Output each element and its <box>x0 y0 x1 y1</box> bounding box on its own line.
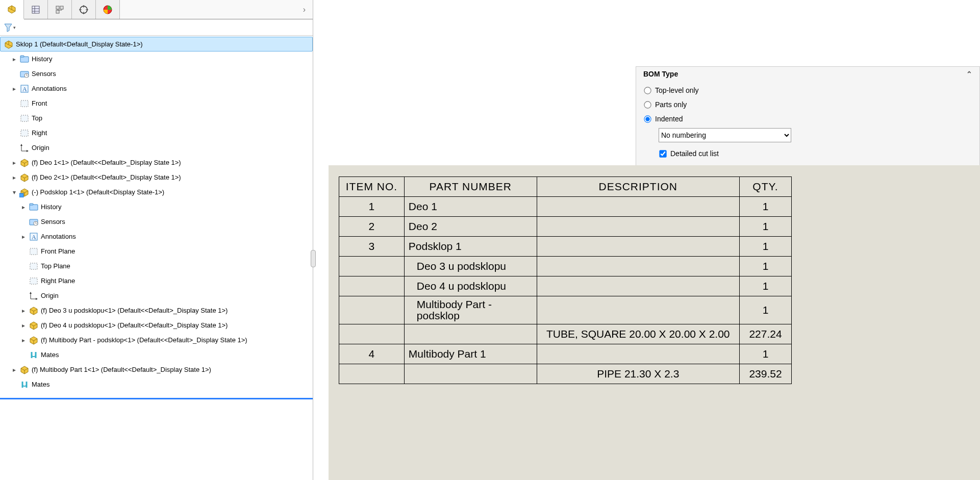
radio-top-level-input[interactable] <box>644 87 651 94</box>
cell-description[interactable] <box>537 296 739 324</box>
cell-qty[interactable]: 1 <box>740 276 792 296</box>
cell-qty[interactable]: 1 <box>740 197 792 217</box>
cell-description[interactable] <box>537 276 739 296</box>
radio-indented-input[interactable] <box>644 115 651 122</box>
tree-item[interactable]: ▸Annotations <box>0 81 313 96</box>
table-row[interactable]: 1Deo 11 <box>339 197 792 217</box>
cell-qty[interactable]: 1 <box>740 296 792 324</box>
cell-item[interactable]: 2 <box>339 217 405 237</box>
cell-description[interactable] <box>537 217 739 237</box>
table-row[interactable]: 4Multibody Part 11 <box>339 344 792 364</box>
expand-icon[interactable]: ▸ <box>19 233 28 240</box>
table-row[interactable]: 3Podsklop 11 <box>339 237 792 257</box>
numbering-select[interactable]: No numbering <box>659 128 791 142</box>
tab-feature-tree[interactable] <box>0 0 24 19</box>
col-item-no[interactable]: ITEM NO. <box>339 177 405 197</box>
cell-part-number[interactable]: Deo 4 u podsklopu <box>404 276 537 296</box>
cell-part-number[interactable]: Multibody Part 1 <box>404 344 537 364</box>
collapse-icon[interactable]: ⌃ <box>966 70 972 78</box>
table-row[interactable]: TUBE, SQUARE 20.00 X 20.00 X 2.00227.24 <box>339 324 792 344</box>
expand-icon[interactable]: ▸ <box>10 85 18 92</box>
cell-qty[interactable]: 1 <box>740 257 792 276</box>
tab-dimxpert[interactable] <box>72 0 96 19</box>
cell-qty[interactable]: 239.52 <box>740 364 792 384</box>
expand-icon[interactable]: ▸ <box>10 174 18 181</box>
cell-item[interactable] <box>339 276 405 296</box>
expand-icon[interactable]: ▸ <box>19 307 28 314</box>
cell-description[interactable] <box>537 237 739 257</box>
cell-part-number[interactable]: Deo 2 <box>404 217 537 237</box>
panel-resize-handle[interactable] <box>311 250 316 267</box>
tree-item[interactable]: ▸(f) Deo 1<1> (Default<<Default>_Display… <box>0 155 313 170</box>
expand-icon[interactable]: ▸ <box>10 366 18 373</box>
tree-item[interactable]: ▸Top Plane <box>0 259 313 273</box>
cell-part-number[interactable]: Multibody Part -podsklop <box>404 296 537 324</box>
cell-qty[interactable]: 1 <box>740 217 792 237</box>
radio-indented[interactable]: Indented <box>643 112 972 126</box>
check-detailed-cut-list[interactable]: Detailed cut list <box>659 146 972 161</box>
cell-description[interactable] <box>537 257 739 276</box>
cell-item[interactable] <box>339 296 405 324</box>
table-row[interactable]: Multibody Part -podsklop1 <box>339 296 792 324</box>
tree-item[interactable]: ▸Right Plane <box>0 273 313 288</box>
tree-item[interactable]: ▸Right <box>0 125 313 140</box>
cell-qty[interactable]: 1 <box>740 237 792 257</box>
panel-collapse-icon[interactable]: › <box>303 5 306 14</box>
cell-item[interactable] <box>339 257 405 276</box>
tree-item[interactable]: ▸(f) Deo 4 u podsklopu<1> (Default<<Defa… <box>0 318 313 333</box>
tree-item[interactable]: ▸Front Plane <box>0 244 313 259</box>
radio-parts-only-input[interactable] <box>644 101 651 108</box>
tree-item[interactable]: ▾(-) Podsklop 1<1> (Default<Display Stat… <box>0 185 313 199</box>
tree-item[interactable]: ▸History <box>0 52 313 66</box>
tab-property-manager[interactable] <box>24 0 48 19</box>
tree-item[interactable]: ▸Sensors <box>0 214 313 229</box>
expand-icon[interactable]: ▸ <box>10 159 18 166</box>
cell-description[interactable] <box>537 197 739 217</box>
col-qty[interactable]: QTY. <box>740 177 792 197</box>
collapse-icon[interactable]: ▾ <box>10 189 18 196</box>
cell-part-number[interactable] <box>404 324 537 344</box>
tree-item[interactable]: ▸Front <box>0 96 313 111</box>
tree-item[interactable]: ▸Annotations <box>0 229 313 244</box>
filter-icon[interactable] <box>3 22 13 33</box>
table-row[interactable]: PIPE 21.30 X 2.3239.52 <box>339 364 792 384</box>
expand-icon[interactable]: ▸ <box>19 337 28 344</box>
expand-icon[interactable]: ▸ <box>19 322 28 329</box>
tree-root[interactable]: Sklop 1 (Default<Default_Display State-1… <box>0 37 313 52</box>
cell-part-number[interactable]: Podsklop 1 <box>404 237 537 257</box>
tab-appearance[interactable] <box>96 0 120 19</box>
expand-icon[interactable]: ▸ <box>19 204 28 211</box>
expand-icon[interactable]: ▸ <box>10 56 18 63</box>
tree-filter-bar[interactable]: ▾ <box>0 19 313 36</box>
check-detailed-cut-list-input[interactable] <box>659 150 666 157</box>
cell-description[interactable]: TUBE, SQUARE 20.00 X 20.00 X 2.00 <box>537 324 739 344</box>
tab-configuration[interactable] <box>48 0 72 19</box>
radio-top-level[interactable]: Top-level only <box>643 83 972 97</box>
cell-part-number[interactable] <box>404 364 537 384</box>
tree-item[interactable]: ▸Top <box>0 111 313 125</box>
cell-qty[interactable]: 227.24 <box>740 324 792 344</box>
bom-table[interactable]: ITEM NO. PART NUMBER DESCRIPTION QTY. 1D… <box>339 176 792 384</box>
tree-item[interactable]: ▸Origin <box>0 288 313 303</box>
tree-item[interactable]: ▸(f) Multibody Part - podsklop<1> (Defau… <box>0 333 313 347</box>
tree-item[interactable]: ▸Sensors <box>0 66 313 81</box>
tree-item[interactable]: ▸Origin <box>0 140 313 155</box>
col-part-number[interactable]: PART NUMBER <box>404 177 537 197</box>
cell-item[interactable]: 3 <box>339 237 405 257</box>
cell-description[interactable]: PIPE 21.30 X 2.3 <box>537 364 739 384</box>
radio-parts-only[interactable]: Parts only <box>643 97 972 112</box>
table-row[interactable]: Deo 4 u podsklopu1 <box>339 276 792 296</box>
cell-item[interactable]: 4 <box>339 344 405 364</box>
tree-item[interactable]: ▸History <box>0 199 313 214</box>
tree-item[interactable]: ▸(f) Deo 3 u podsklopu<1> (Default<<Defa… <box>0 303 313 318</box>
cell-qty[interactable]: 1 <box>740 344 792 364</box>
table-row[interactable]: 2Deo 21 <box>339 217 792 237</box>
tree-item[interactable]: ▸Mates <box>0 377 313 392</box>
tree-item[interactable]: ▸Mates <box>0 347 313 362</box>
col-description[interactable]: DESCRIPTION <box>537 177 739 197</box>
cell-description[interactable] <box>537 344 739 364</box>
tree-item[interactable]: ▸(f) Deo 2<1> (Default<<Default>_Display… <box>0 170 313 185</box>
cell-item[interactable] <box>339 324 405 344</box>
tree-item[interactable]: ▸(f) Multibody Part 1<1> (Default<<Defau… <box>0 362 313 377</box>
table-row[interactable]: Deo 3 u podsklopu1 <box>339 257 792 276</box>
